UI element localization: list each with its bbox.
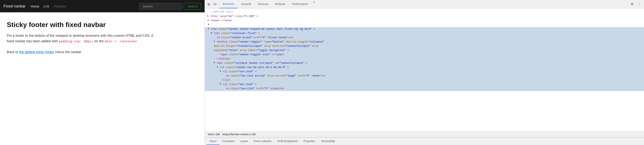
html-tag-anchor: <a class="navbar-brand" href="#" >Fixed … (217, 36, 294, 40)
body-text-2: on the (93, 39, 105, 43)
devtools-more-options-icon[interactable]: ⋮ (636, 1, 642, 7)
html-tag-button: <button class="navbar-toggler" type="but… (217, 40, 324, 44)
devtools-topbar: Elements Console Sources Network Perform… (205, 0, 644, 8)
devtools-settings: ⚙ ⋮ (629, 1, 642, 7)
triangle-button[interactable]: ▼ (214, 40, 217, 43)
code-padding-top: padding-top: 60px; (59, 40, 93, 43)
html-close-button: </button> (217, 57, 230, 61)
search-input[interactable] (139, 3, 182, 9)
tab-performance[interactable]: Performance (288, 0, 311, 8)
navbar-brand: Fixed navbar (4, 4, 26, 8)
triangle-collapse[interactable]: ▼ (214, 61, 217, 65)
tabs-more-icon[interactable]: » (311, 0, 317, 8)
back-paragraph: Back to the default sticky footer minus … (7, 50, 198, 54)
back-text-2: minus the navbar. (54, 50, 82, 54)
page-title: Sticky footer with fixed navbar (7, 21, 198, 29)
devtools-icons (206, 2, 218, 7)
fixed-navbar: Fixed navbar Home Link Disabled Search (0, 0, 204, 12)
html-line-li-2[interactable]: ▼ <li class="nav-item" > (205, 83, 644, 87)
devtools-tabs: Elements Console Sources Network Perform… (219, 0, 629, 8)
tab-layout[interactable]: Layout (237, 138, 251, 145)
element-picker-icon[interactable] (206, 2, 212, 7)
html-tag-a-home: <a class="nav-link active" aria-current=… (226, 74, 326, 78)
tab-sources[interactable]: Sources (255, 0, 272, 8)
webpage-preview: Fixed navbar Home Link Disabled Search S… (0, 0, 204, 145)
html-tag-li-1: <li class="nav-item" > (223, 70, 256, 74)
settings-gear-icon[interactable]: ⚙ (629, 1, 635, 7)
html-attr-expanded: expanded="false" aria-label="Toggle navi… (214, 48, 289, 52)
triangle-li-1[interactable]: ▼ (220, 70, 223, 73)
html-close-li-1: </li> (223, 78, 230, 82)
html-line-head[interactable]: ▶ <head>…</head> (205, 19, 644, 23)
tab-properties[interactable]: Properties (301, 138, 318, 145)
breadcrumb-body[interactable]: body.d-flex.flex-column.h-100 (221, 133, 257, 136)
navbar-links: Home Link Disabled (31, 4, 139, 8)
code-main-container: main > .container (105, 40, 137, 43)
html-line-expanded: expanded="false" aria-label="Toggle navi… (205, 48, 644, 53)
page-body-1: Pin a footer to the bottom of the viewpo… (7, 33, 156, 44)
html-line-ul[interactable]: ▼ <ul class="navbar-nav me-auto mb-2 mb-… (205, 65, 644, 70)
tab-computed[interactable]: Computed (220, 138, 237, 145)
html-tag-container: <div class="container-fluid" > (214, 31, 260, 35)
nav-link-link[interactable]: Link (44, 4, 50, 8)
html-tag-toggler: <span class="navbar-toggler-icon" ></spa… (220, 53, 284, 57)
back-text-1: Back to (7, 50, 19, 54)
html-line-doctype: <!DOCTYPE html> (205, 10, 644, 14)
html-line-a-link: <a class="nav-link" href="#" >Link</a> (205, 87, 644, 91)
nav-link-disabled: Disabled (54, 4, 66, 8)
svg-marker-0 (208, 3, 210, 5)
body-text-3: . (137, 39, 138, 43)
html-tag-head: <head>…</head> (211, 19, 232, 23)
html-line-button[interactable]: ▼ <button class="navbar-toggler" type="b… (205, 40, 644, 44)
html-tag-li-2: <li class="nav-item" > (223, 83, 256, 87)
svg-rect-2 (216, 4, 216, 5)
html-attr-dbt: data-bs-target="#navbarCollapse" aria-co… (214, 44, 320, 48)
nav-link-home[interactable]: Home (31, 4, 39, 8)
tab-event-listeners[interactable]: Event Listeners (251, 138, 274, 145)
triangle-head[interactable]: ▶ (208, 19, 211, 22)
html-tag-ul: <ul class="navbar-nav me-auto mb-2 mb-md… (220, 65, 289, 70)
html-line-nav[interactable]: ▼ <nav class="navbar navbar-expand-md na… (205, 27, 644, 31)
tab-elements[interactable]: Elements (219, 0, 238, 8)
doctype-text: <!DOCTYPE html> (210, 10, 233, 14)
device-toolbar-icon[interactable] (212, 2, 218, 7)
html-line-anchor-brand[interactable]: <a class="navbar-brand" href="#" >Fixed … (205, 36, 644, 40)
search-button[interactable]: Search (184, 3, 201, 9)
html-line-div-collapse[interactable]: ▼ <div class="collapse navbar-collapse" … (205, 61, 644, 65)
tab-console[interactable]: Console (238, 0, 255, 8)
html-line-html[interactable]: ▶ <html lang="en" class="h-100" > (205, 14, 644, 19)
html-tag-html: <html lang="en" class="h-100" > (210, 14, 258, 18)
html-line-li-1[interactable]: ▼ <li class="nav-item" > (205, 70, 644, 74)
html-tag-collapse: <div class="collapse navbar-collapse" id… (217, 61, 307, 65)
html-line-body-arrow[interactable]: ▼ (205, 23, 644, 27)
navbar-search: Search (139, 3, 201, 9)
triangle-li-2[interactable]: ▼ (220, 83, 223, 86)
triangle-body[interactable]: ▼ (208, 23, 211, 26)
html-line-a-home: <a class="nav-link active" aria-current=… (205, 74, 644, 78)
tab-accessibility[interactable]: Accessibility (318, 138, 338, 145)
html-line-container[interactable]: ▼ <div class="container-fluid" > (205, 31, 644, 36)
html-tag-nav: <nav class="navbar navbar-expand-md navb… (211, 27, 315, 31)
tab-network[interactable]: Network (272, 0, 289, 8)
triangle-container[interactable]: ▼ (211, 31, 214, 35)
sticky-footer-link[interactable]: the default sticky footer (19, 50, 54, 54)
svg-rect-1 (214, 3, 216, 5)
html-line-close-button: </button> (205, 57, 644, 61)
triangle-ul[interactable]: ▼ (217, 65, 220, 69)
triangle-html[interactable]: ▶ (207, 14, 210, 18)
bottom-tabs: Styles Computed Layout Event Listeners D… (205, 137, 644, 145)
breadcrumb-bar: html.h-100 body.d-flex.flex-column.h-100 (205, 131, 644, 137)
triangle-nav[interactable]: ▼ (208, 27, 211, 31)
html-line-data-bs-target: data-bs-target="#navbarCollapse" aria-co… (205, 44, 644, 48)
tab-dom-breakpoints[interactable]: DOM Breakpoints (274, 138, 301, 145)
html-panel[interactable]: <!DOCTYPE html> ▶ <html lang="en" class=… (205, 8, 644, 131)
tab-styles[interactable]: Styles (206, 138, 220, 145)
devtools-panel: Elements Console Sources Network Perform… (204, 0, 644, 145)
breadcrumb-html[interactable]: html.h-100 (206, 133, 221, 136)
html-line-close-li-1: </li> (205, 78, 644, 83)
page-content: Sticky footer with fixed navbar Pin a fo… (0, 12, 204, 62)
html-tag-a-link: <a class="nav-link" href="#" >Link</a> (226, 87, 284, 91)
html-line-toggler-icon: <span class="navbar-toggler-icon" ></spa… (205, 53, 644, 57)
